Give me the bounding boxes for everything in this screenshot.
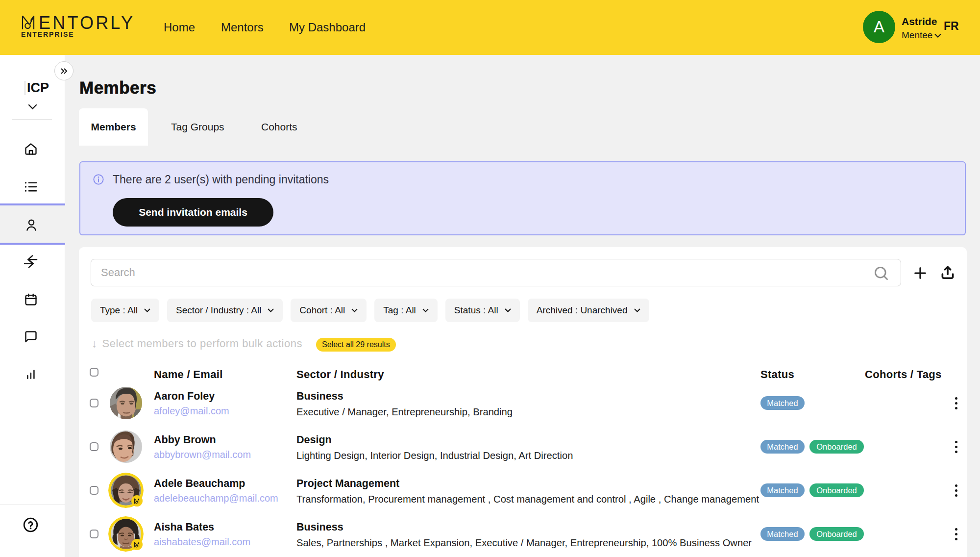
svg-text:ENTERPRISE: ENTERPRISE [21, 30, 74, 38]
